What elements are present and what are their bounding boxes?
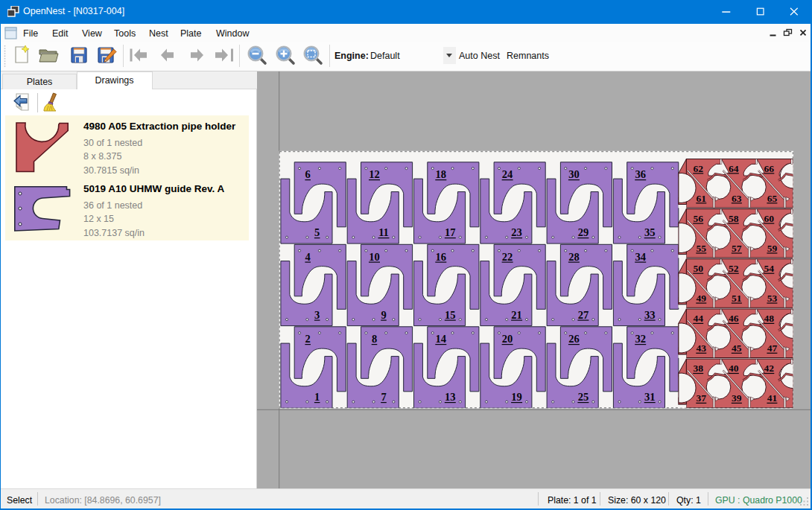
svg-text:14: 14: [435, 333, 446, 345]
svg-text:30: 30: [568, 168, 580, 180]
svg-text:45: 45: [732, 342, 742, 354]
svg-text:63: 63: [732, 192, 742, 203]
svg-text:31: 31: [644, 391, 655, 403]
svg-text:64: 64: [728, 162, 738, 173]
svg-text:17: 17: [445, 226, 456, 238]
svg-text:34: 34: [635, 250, 646, 262]
svg-text:23: 23: [511, 226, 522, 238]
svg-text:22: 22: [501, 250, 513, 262]
svg-text:50: 50: [693, 263, 703, 274]
svg-text:27: 27: [577, 308, 589, 320]
svg-text:51: 51: [732, 293, 742, 304]
svg-text:43: 43: [696, 342, 706, 354]
svg-text:20: 20: [501, 333, 513, 345]
svg-text:2: 2: [305, 333, 310, 345]
svg-text:37: 37: [696, 392, 706, 404]
svg-text:61: 61: [696, 192, 706, 203]
svg-text:19: 19: [511, 391, 522, 403]
svg-text:26: 26: [568, 333, 580, 345]
svg-text:11: 11: [378, 226, 389, 238]
svg-text:40: 40: [728, 363, 738, 374]
svg-text:58: 58: [728, 212, 738, 223]
svg-text:21: 21: [511, 308, 522, 320]
svg-text:36: 36: [635, 168, 646, 180]
svg-text:9: 9: [381, 308, 386, 320]
svg-text:29: 29: [577, 226, 589, 238]
svg-text:15: 15: [445, 308, 456, 320]
svg-text:1: 1: [314, 391, 320, 403]
svg-text:25: 25: [577, 391, 589, 403]
svg-text:24: 24: [501, 168, 513, 180]
svg-text:16: 16: [435, 250, 446, 262]
svg-text:38: 38: [693, 363, 703, 374]
svg-text:62: 62: [693, 162, 703, 173]
svg-text:49: 49: [696, 293, 706, 304]
svg-text:39: 39: [732, 392, 742, 404]
svg-text:13: 13: [445, 391, 456, 403]
svg-text:3: 3: [314, 308, 320, 320]
svg-text:10: 10: [369, 250, 380, 262]
svg-text:18: 18: [435, 168, 446, 180]
svg-text:65: 65: [767, 192, 777, 203]
svg-text:52: 52: [728, 263, 738, 274]
svg-text:59: 59: [767, 242, 777, 253]
svg-text:56: 56: [693, 212, 703, 223]
svg-text:44: 44: [693, 313, 703, 324]
svg-text:32: 32: [635, 333, 646, 345]
svg-text:35: 35: [644, 226, 655, 238]
svg-text:33: 33: [644, 308, 655, 320]
svg-text:53: 53: [767, 293, 777, 304]
svg-text:48: 48: [764, 313, 774, 324]
svg-text:42: 42: [764, 363, 774, 374]
svg-text:57: 57: [732, 242, 742, 253]
svg-text:12: 12: [369, 168, 380, 180]
svg-text:8: 8: [371, 333, 376, 345]
svg-text:66: 66: [764, 162, 774, 173]
svg-text:41: 41: [767, 392, 777, 404]
svg-text:54: 54: [764, 263, 774, 274]
svg-text:5: 5: [314, 226, 320, 238]
svg-text:28: 28: [568, 250, 580, 262]
svg-text:6: 6: [305, 168, 310, 180]
svg-text:60: 60: [764, 212, 774, 223]
svg-text:46: 46: [728, 313, 738, 324]
svg-text:4: 4: [305, 250, 310, 262]
svg-text:47: 47: [767, 342, 777, 354]
svg-text:7: 7: [381, 391, 386, 403]
svg-text:55: 55: [696, 242, 706, 253]
